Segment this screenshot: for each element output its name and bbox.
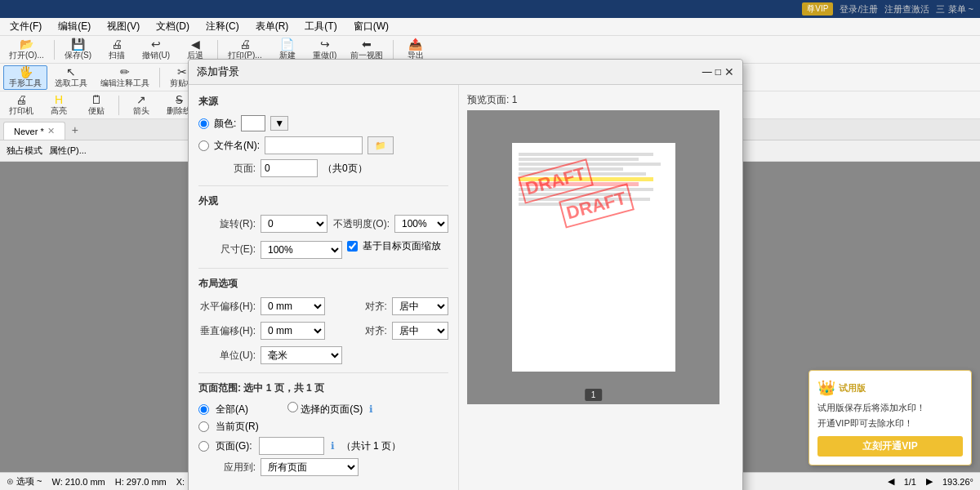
dialog-title: 添加背景 (197, 65, 239, 79)
separator (54, 40, 55, 60)
horizontal-select[interactable]: 0 mm (261, 297, 325, 315)
menu-window[interactable]: 窗口(W) (347, 18, 395, 35)
select-pages-radio[interactable] (287, 402, 298, 412)
note-icon: 🗒 (91, 94, 102, 105)
menu-comment[interactable]: 注释(C) (199, 18, 246, 35)
edit-annot-icon: ✏ (120, 66, 130, 78)
edit-annot-button[interactable]: ✏ 编辑注释工具 (95, 65, 155, 90)
zoom-status[interactable]: 193.26° (942, 477, 973, 487)
opacity-select[interactable]: 100% (394, 215, 448, 233)
apply-to-label: 应用到: (198, 461, 256, 474)
vertical-row: 垂直偏移(H): 0 mm 对齐: 居中 (198, 322, 448, 340)
open-button[interactable]: 📂 打开(O)... (3, 38, 50, 62)
color-preview-box[interactable] (241, 115, 265, 131)
new-button[interactable]: 📄 新建 (270, 38, 305, 62)
menu-file[interactable]: 文件(F) (3, 18, 48, 35)
print-button[interactable]: 🖨 打印(P)... (222, 38, 268, 62)
hand-icon: 🖐 (19, 66, 33, 78)
vip-badge-label[interactable]: 尊VIP (802, 2, 833, 16)
redo-button[interactable]: ↪ 重做(I) (307, 38, 343, 62)
page-range-title: 页面范围: 选中 1 页，共 1 页 (198, 381, 448, 395)
open-icon: 📂 (20, 38, 33, 50)
apply-to-select[interactable]: 所有页面 (261, 458, 359, 476)
dialog-maximize-button[interactable]: □ (715, 65, 721, 78)
note-button[interactable]: 🗒 便贴 (78, 93, 114, 118)
new-icon: 📄 (280, 38, 294, 50)
tab-label: Never * (14, 127, 44, 136)
select-mode[interactable]: ⊙ 选项 ~ (7, 475, 42, 488)
page-info: 1/1 (904, 477, 916, 487)
arrow-button[interactable]: ↗ 箭头 (123, 93, 159, 118)
browse-button[interactable]: 📁 (368, 136, 394, 154)
menu-tools[interactable]: 工具(T) (298, 18, 343, 35)
custom-pages-input[interactable] (259, 437, 324, 455)
property-label[interactable]: 属性(P)... (49, 145, 87, 157)
dialog-left-panel: 来源 颜色: ▼ 文件名(N): 📁 页面: (189, 85, 458, 490)
scale-row: 尺寸(E): 100% 基于目标页面缩放 (198, 239, 448, 260)
menu-edit[interactable]: 编辑(E) (51, 18, 97, 35)
color-radio[interactable] (198, 118, 209, 129)
select-tool-button[interactable]: ↖ 选取工具 (49, 65, 93, 90)
prev-view-button[interactable]: ⬅ 前一视图 (345, 38, 389, 62)
undo-button[interactable]: ↩ 撤销(U) (136, 38, 176, 62)
login-link[interactable]: 登录/注册 (840, 3, 878, 16)
info-icon[interactable]: ℹ (369, 403, 373, 415)
rotation-select[interactable]: 0 (261, 215, 327, 233)
print-icon: 🖨 (239, 38, 251, 50)
filename-input[interactable] (265, 136, 363, 154)
divider1 (198, 185, 448, 186)
separator3 (393, 40, 394, 60)
scale-checkbox-label: 基于目标页面缩放 (363, 239, 441, 253)
x-status: X: (176, 477, 185, 487)
save-button[interactable]: 💾 保存(S) (59, 38, 97, 62)
source-section-title: 来源 (198, 95, 448, 109)
export-button[interactable]: 📤 导出 (398, 38, 434, 62)
page-nav-next[interactable]: ▶ (926, 476, 933, 487)
dialog-body: 来源 颜色: ▼ 文件名(N): 📁 页面: (189, 85, 742, 490)
add-background-dialog: 添加背景 — □ ✕ 来源 颜色: ▼ 文件名(N): (188, 59, 743, 490)
scale-label: 尺寸(E): (198, 243, 256, 256)
align-v-select[interactable]: 居中 (392, 322, 448, 340)
scan-button[interactable]: 🖨 扫描 (99, 38, 135, 62)
align-h-select[interactable]: 居中 (392, 297, 448, 315)
menu-form[interactable]: 表单(R) (249, 18, 296, 35)
dialog-close-button[interactable]: ✕ (724, 65, 734, 78)
add-tab-button[interactable]: + (65, 120, 85, 140)
printer-icon: 🖨 (16, 94, 27, 105)
highlight-icon: H (55, 94, 63, 105)
total-pages-label: （共0页） (323, 162, 368, 176)
scale-checkbox[interactable] (347, 241, 358, 252)
color-dropdown-icon[interactable]: ▼ (270, 116, 288, 131)
hand-tool-button[interactable]: 🖐 手形工具 (3, 65, 47, 90)
page-input[interactable] (261, 159, 318, 177)
apply-to-row: 应用到: 所有页面 (198, 458, 448, 476)
menu-doc[interactable]: 文档(D) (149, 18, 196, 35)
width-status: W: 210.0 mm (52, 477, 105, 487)
menu-link[interactable]: 三 菜单 ~ (936, 3, 973, 16)
unit-select[interactable]: 毫米 (261, 346, 342, 364)
all-pages-radio[interactable] (198, 404, 209, 415)
exclusive-mode-label[interactable]: 独占模式 (7, 145, 42, 157)
all-pages-label: 全部(A) (216, 403, 248, 416)
help-link[interactable]: 注册查激活 (884, 3, 929, 16)
horizontal-row: 水平偏移(H): 0 mm 对齐: 居中 (198, 297, 448, 315)
highlight-button[interactable]: H 高亮 (41, 93, 77, 118)
divider2 (198, 268, 448, 269)
align-v-label: 对齐: (330, 324, 387, 338)
printer-button[interactable]: 🖨 打印机 (3, 93, 39, 118)
menu-view[interactable]: 视图(V) (100, 18, 146, 35)
tab-close-icon[interactable]: ✕ (47, 126, 55, 136)
tab-never[interactable]: Never * ✕ (3, 122, 65, 140)
current-page-radio[interactable] (198, 421, 209, 432)
info-icon2[interactable]: ℹ (331, 440, 335, 452)
filename-radio[interactable] (198, 140, 209, 151)
custom-pages-radio[interactable] (198, 441, 209, 452)
scan-icon: 🖨 (111, 38, 122, 50)
horizontal-label: 水平偏移(H): (198, 300, 256, 314)
vertical-select[interactable]: 0 mm (261, 322, 325, 340)
custom-pages-label: 页面(G): (216, 439, 252, 453)
dialog-minimize-button[interactable]: — (702, 65, 712, 78)
back-button[interactable]: ◀ 后退 (177, 38, 213, 62)
scale-select[interactable]: 100% (261, 241, 342, 259)
page-nav-prev[interactable]: ◀ (888, 476, 894, 487)
